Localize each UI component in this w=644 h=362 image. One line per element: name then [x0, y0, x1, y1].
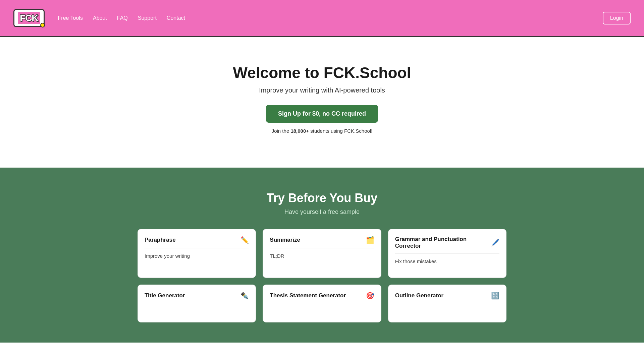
- tools-section: Try Before You Buy Have yourself a free …: [0, 168, 644, 343]
- logo-accent-dot: [40, 23, 45, 27]
- tools-grid: Paraphrase ✏️ Improve your writing Summa…: [138, 229, 506, 322]
- cta-button[interactable]: Sign Up for $0, no CC required: [266, 105, 378, 123]
- tool-card[interactable]: Grammar and Punctuation Corrector 🖊️ Fix…: [388, 229, 506, 278]
- tool-card-icon: 🖊️: [491, 239, 499, 247]
- tool-card-icon: 🔠: [491, 292, 499, 300]
- tool-card-title: Outline Generator: [395, 292, 444, 299]
- nav-link-faq[interactable]: FAQ: [117, 15, 128, 21]
- tool-card[interactable]: Summarize 🗂️ TL;DR: [263, 229, 381, 278]
- header-left: FCK Free ToolsAboutFAQSupportContact: [13, 9, 185, 27]
- tool-card-header: Outline Generator 🔠: [395, 292, 499, 304]
- tool-card[interactable]: Paraphrase ✏️ Improve your writing: [138, 229, 256, 278]
- tool-card-desc: Fix those mistakes: [395, 258, 499, 264]
- nav-link-free-tools[interactable]: Free Tools: [58, 15, 83, 21]
- tool-card-header: Summarize 🗂️: [270, 236, 374, 248]
- tool-card[interactable]: Thesis Statement Generator 🎯: [263, 285, 381, 322]
- hero-title: Welcome to FCK.School: [13, 64, 631, 82]
- tool-card-title: Grammar and Punctuation Corrector: [395, 236, 491, 249]
- tool-card-icon: 🗂️: [366, 236, 374, 244]
- tool-card-icon: 🎯: [366, 292, 374, 300]
- nav-link-about[interactable]: About: [93, 15, 107, 21]
- tool-card-title: Thesis Statement Generator: [270, 292, 346, 299]
- tools-subtitle: Have yourself a free sample: [13, 208, 631, 216]
- join-text: Join the 18,000+ students using FCK.Scho…: [272, 128, 373, 134]
- tool-card-title: Title Generator: [145, 292, 185, 299]
- tool-card-title: Summarize: [270, 237, 300, 243]
- nav-link-support[interactable]: Support: [138, 15, 157, 21]
- tool-card-title: Paraphrase: [145, 237, 176, 243]
- tool-card-desc: Improve your writing: [145, 253, 249, 259]
- join-suffix: students using FCK.School!: [309, 128, 372, 134]
- hero-subtitle: Improve your writing with AI-powered too…: [13, 86, 631, 94]
- tool-card-desc: TL;DR: [270, 253, 374, 259]
- hero-section: Welcome to FCK.School Improve your writi…: [0, 37, 644, 168]
- nav-link-contact[interactable]: Contact: [167, 15, 185, 21]
- join-prefix: Join the: [272, 128, 291, 134]
- tool-card-icon: ✒️: [240, 292, 249, 300]
- site-header: FCK Free ToolsAboutFAQSupportContact Log…: [0, 0, 644, 37]
- logo-text: FCK: [18, 12, 40, 24]
- tool-card-header: Grammar and Punctuation Corrector 🖊️: [395, 236, 499, 254]
- tools-title: Try Before You Buy: [13, 191, 631, 205]
- join-count: 18,000+: [290, 128, 309, 134]
- tool-card-header: Thesis Statement Generator 🎯: [270, 292, 374, 304]
- tool-card-header: Paraphrase ✏️: [145, 236, 249, 248]
- tool-card[interactable]: Title Generator ✒️: [138, 285, 256, 322]
- tool-card-header: Title Generator ✒️: [145, 292, 249, 304]
- login-button[interactable]: Login: [603, 12, 631, 24]
- logo[interactable]: FCK: [13, 9, 45, 27]
- tool-card[interactable]: Outline Generator 🔠: [388, 285, 506, 322]
- main-nav: Free ToolsAboutFAQSupportContact: [58, 15, 185, 21]
- tool-card-icon: ✏️: [240, 236, 249, 244]
